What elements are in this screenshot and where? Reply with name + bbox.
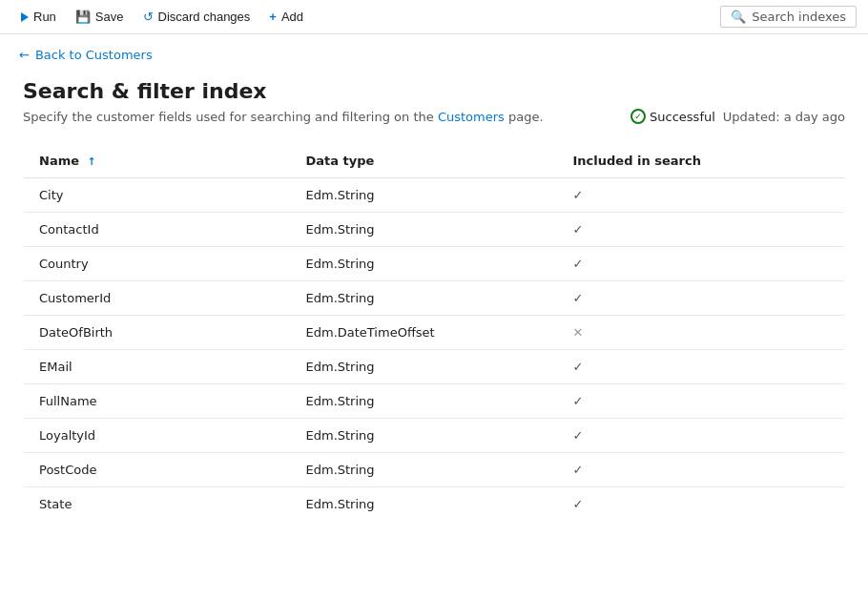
cell-included: ✓ xyxy=(558,487,845,522)
cell-included: ✓ xyxy=(558,419,845,453)
cell-name: City xyxy=(24,178,291,213)
status-area: ✓ Successful Updated: a day ago xyxy=(630,109,845,124)
cell-datatype: Edm.String xyxy=(291,487,558,522)
col-datatype-label: Data type xyxy=(306,154,375,168)
page-subtitle: Specify the customer fields used for sea… xyxy=(23,109,845,124)
check-mark-icon: ✓ xyxy=(573,188,584,202)
check-mark-icon: ✓ xyxy=(573,222,584,237)
cell-datatype: Edm.DateTimeOffset xyxy=(291,316,558,350)
check-mark-icon: ✓ xyxy=(573,291,584,305)
save-icon: 💾 xyxy=(75,10,91,24)
x-mark-icon: ✕ xyxy=(573,325,584,340)
search-box[interactable]: 🔍 Search indexes xyxy=(720,6,857,28)
table-header-row: Name ↑ Data type Included in search xyxy=(24,144,845,178)
table-row: StateEdm.String✓ xyxy=(24,487,845,522)
check-mark-icon: ✓ xyxy=(573,497,584,511)
subtitle-link[interactable]: Customers xyxy=(438,110,505,124)
cell-datatype: Edm.String xyxy=(291,350,558,384)
table-row: EMailEdm.String✓ xyxy=(24,350,845,384)
discard-icon: ↺ xyxy=(143,10,154,24)
discard-label: Discard changes xyxy=(158,10,251,24)
status-check: ✓ Successful xyxy=(630,109,715,124)
table-body: CityEdm.String✓ContactIdEdm.String✓Count… xyxy=(24,178,845,522)
check-mark-icon: ✓ xyxy=(573,360,584,374)
cell-name: State xyxy=(24,487,291,522)
back-link[interactable]: ← Back to Customers xyxy=(0,34,172,70)
run-label: Run xyxy=(33,10,56,24)
save-label: Save xyxy=(95,10,124,24)
table-row: FullNameEdm.String✓ xyxy=(24,384,845,419)
cell-name: Country xyxy=(24,247,291,281)
cell-name: CustomerId xyxy=(24,281,291,316)
cell-datatype: Edm.String xyxy=(291,178,558,213)
subtitle-text: Specify the customer fields used for sea… xyxy=(23,110,544,124)
table-row: PostCodeEdm.String✓ xyxy=(24,453,845,487)
data-table: Name ↑ Data type Included in search City… xyxy=(23,143,845,522)
cell-name: DateOfBirth xyxy=(24,316,291,350)
cell-included: ✓ xyxy=(558,247,845,281)
discard-button[interactable]: ↺ Discard changes xyxy=(134,6,260,28)
cell-included: ✓ xyxy=(558,178,845,213)
table-row: DateOfBirthEdm.DateTimeOffset✕ xyxy=(24,316,845,350)
run-icon xyxy=(21,12,29,22)
cell-name: PostCode xyxy=(24,453,291,487)
subtitle-prefix: Specify the customer fields used for sea… xyxy=(23,110,438,124)
cell-datatype: Edm.String xyxy=(291,384,558,419)
add-label: Add xyxy=(281,10,303,24)
sort-arrow-icon: ↑ xyxy=(88,155,96,168)
cell-datatype: Edm.String xyxy=(291,213,558,247)
cell-included: ✓ xyxy=(558,213,845,247)
cell-included: ✓ xyxy=(558,281,845,316)
back-arrow-icon: ← xyxy=(19,48,30,62)
page-title: Search & filter index xyxy=(23,79,845,103)
check-mark-icon: ✓ xyxy=(573,428,584,443)
updated-label: Updated: a day ago xyxy=(723,110,845,124)
cell-datatype: Edm.String xyxy=(291,419,558,453)
cell-included: ✓ xyxy=(558,384,845,419)
table-row: CountryEdm.String✓ xyxy=(24,247,845,281)
cell-name: FullName xyxy=(24,384,291,419)
cell-name: ContactId xyxy=(24,213,291,247)
table-row: LoyaltyIdEdm.String✓ xyxy=(24,419,845,453)
subtitle-suffix: page. xyxy=(505,110,544,124)
save-button[interactable]: 💾 Save xyxy=(66,6,134,28)
cell-included: ✓ xyxy=(558,453,845,487)
add-icon: + xyxy=(269,10,277,24)
check-mark-icon: ✓ xyxy=(573,394,584,408)
col-included-label: Included in search xyxy=(573,154,701,168)
search-icon: 🔍 xyxy=(731,10,746,24)
back-link-label: Back to Customers xyxy=(35,48,153,62)
col-header-included[interactable]: Included in search xyxy=(558,144,845,178)
cell-datatype: Edm.String xyxy=(291,247,558,281)
add-button[interactable]: + Add xyxy=(259,6,313,28)
toolbar-left: Run 💾 Save ↺ Discard changes + Add xyxy=(11,6,313,28)
cell-name: EMail xyxy=(24,350,291,384)
table-row: ContactIdEdm.String✓ xyxy=(24,213,845,247)
check-mark-icon: ✓ xyxy=(573,257,584,271)
check-mark-icon: ✓ xyxy=(573,463,584,477)
cell-datatype: Edm.String xyxy=(291,281,558,316)
col-name-label: Name xyxy=(39,154,79,168)
toolbar: Run 💾 Save ↺ Discard changes + Add 🔍 Sea… xyxy=(0,0,868,34)
col-header-name[interactable]: Name ↑ xyxy=(24,144,291,178)
table-row: CityEdm.String✓ xyxy=(24,178,845,213)
col-header-datatype[interactable]: Data type xyxy=(291,144,558,178)
page-content: Search & filter index Specify the custom… xyxy=(0,70,868,545)
search-placeholder: Search indexes xyxy=(752,10,846,24)
success-icon: ✓ xyxy=(630,109,646,124)
cell-included: ✕ xyxy=(558,316,845,350)
status-label: Successful xyxy=(650,110,715,124)
cell-name: LoyaltyId xyxy=(24,419,291,453)
table-row: CustomerIdEdm.String✓ xyxy=(24,281,845,316)
toolbar-right: 🔍 Search indexes xyxy=(720,6,857,28)
cell-datatype: Edm.String xyxy=(291,453,558,487)
run-button[interactable]: Run xyxy=(11,6,66,28)
cell-included: ✓ xyxy=(558,350,845,384)
